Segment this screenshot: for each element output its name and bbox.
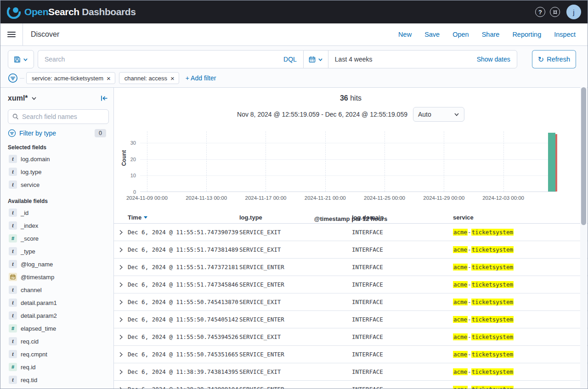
field-item--index[interactable]: t_index [8, 219, 109, 232]
field-item--id[interactable]: t_id [8, 206, 109, 219]
table-row: Dec 6, 2024 @ 11:55:51.747345846SERVICE_… [114, 276, 588, 293]
log-domain-cell: INTERFACE [352, 333, 453, 340]
opensearch-logo[interactable]: OpenSearch Dashboards [7, 5, 136, 19]
table-row: Dec 6, 2024 @ 11:38:39.743814395SERVICE_… [114, 363, 588, 381]
filter-by-type[interactable]: Filter by type 0 [8, 129, 109, 137]
field-item-req-id[interactable]: #req.id [8, 361, 109, 373]
x-tick-label: 2024-11-13 00:00 [176, 195, 236, 201]
histogram-bar[interactable] [555, 134, 557, 192]
menu-item-share[interactable]: Share [482, 31, 500, 38]
index-pattern-selector[interactable]: xuml* [8, 94, 37, 102]
remove-filter-icon[interactable]: × [170, 75, 175, 82]
expand-row-icon[interactable] [114, 299, 128, 305]
expand-row-icon[interactable] [114, 334, 128, 340]
menu-hamburger-icon[interactable] [0, 23, 23, 45]
service-cell: acme-ticketsystem [453, 333, 588, 340]
field-item-status[interactable]: tstatus [8, 386, 109, 389]
string-type-icon: t [9, 350, 17, 358]
string-type-icon: t [9, 247, 17, 255]
field-name: req.cid [21, 338, 39, 345]
field-item-log-domain[interactable]: tlog.domain [8, 152, 109, 165]
menu-item-inspect[interactable]: Inspect [554, 31, 576, 38]
field-item-log-type[interactable]: tlog.type [8, 165, 109, 178]
quick-select-button[interactable] [304, 51, 328, 68]
filter-pill-label: channel: access [124, 75, 167, 82]
histogram-chart: Count 0102030 2024-11-09 00:002024-11-13… [114, 129, 588, 205]
brand-text: OpenSearch Dashboards [24, 6, 136, 17]
table-row: Dec 6, 2024 @ 11:55:51.747390739SERVICE_… [114, 224, 588, 241]
interval-select[interactable]: Auto [413, 107, 464, 122]
field-name: _type [21, 248, 35, 255]
support-buoy-icon[interactable] [550, 7, 560, 17]
string-type-icon: t [9, 180, 17, 189]
menu-item-open[interactable]: Open [452, 31, 469, 38]
filter-pill[interactable]: service: acme-ticketsystem× [26, 72, 115, 84]
user-avatar[interactable]: j [566, 5, 581, 19]
field-item--log-name[interactable]: t@log_name [8, 258, 109, 271]
chevron-down-icon [31, 96, 37, 101]
time-cell: Dec 6, 2024 @ 11:38:39.743808104 [128, 386, 239, 389]
expand-row-icon[interactable] [114, 230, 128, 235]
x-tick-label: 2024-11-25 00:00 [355, 195, 414, 201]
field-name: req.cmpnt [21, 351, 47, 358]
expand-row-icon[interactable] [114, 265, 128, 270]
show-dates-button[interactable]: Show dates [477, 56, 517, 63]
expand-row-icon[interactable] [114, 317, 128, 322]
histogram-bar[interactable] [548, 133, 555, 192]
log-domain-cell: INTERFACE [352, 386, 453, 389]
service-cell: acme-ticketsystem [453, 264, 588, 271]
chart-plot-area: 0102030 [140, 131, 556, 192]
opensearch-dashboards-window: OpenSearch Dashboards ? j Discover NewSa… [0, 0, 588, 389]
hits-label: hits [350, 94, 362, 102]
menu-item-new[interactable]: New [398, 31, 412, 38]
help-icon[interactable]: ? [535, 7, 545, 17]
time-range-value[interactable]: Last 4 weeks [328, 56, 373, 63]
hits-count: 36 [340, 94, 348, 102]
filter-options-icon[interactable] [8, 73, 18, 83]
expand-row-icon[interactable] [114, 369, 128, 375]
add-filter-button[interactable]: + Add filter [186, 74, 216, 82]
field-name: _id [21, 209, 28, 216]
expand-row-icon[interactable] [114, 352, 128, 357]
time-cell: Dec 6, 2024 @ 11:55:51.747345846 [128, 281, 239, 288]
top-menu: NewSaveOpenShareReportingInspect [398, 31, 576, 38]
collapse-sidebar-icon[interactable] [101, 95, 108, 101]
number-type-icon: # [9, 324, 17, 333]
field-item-channel[interactable]: tchannel [8, 283, 109, 296]
menu-item-save[interactable]: Save [424, 31, 440, 38]
search-input[interactable] [45, 56, 279, 63]
string-type-icon: t [9, 209, 17, 217]
breadcrumb: Discover [31, 30, 59, 39]
field-item--score[interactable]: #_score [8, 232, 109, 245]
field-item-req-cmpnt[interactable]: treq.cmpnt [8, 348, 109, 361]
table-row: Dec 6, 2024 @ 11:55:50.745405142SERVICE_… [114, 311, 588, 328]
scrollbar-thumb[interactable] [581, 87, 586, 225]
filter-bar: service: acme-ticketsystem×channel: acce… [8, 72, 580, 85]
field-item-detail-param2[interactable]: tdetail.param2 [8, 309, 109, 322]
string-type-icon: t [9, 376, 17, 384]
field-item-detail-param1[interactable]: tdetail.param1 [8, 296, 109, 309]
field-item-req-tid[interactable]: treq.tid [8, 373, 109, 386]
expand-row-icon[interactable] [114, 247, 128, 253]
filter-pill[interactable]: channel: access× [119, 72, 179, 84]
opensearch-logo-icon [7, 5, 21, 19]
query-language-button[interactable]: DQL [279, 56, 297, 63]
field-name: req.tid [21, 377, 37, 383]
field-item-service[interactable]: tservice [8, 178, 109, 191]
table-row: Dec 6, 2024 @ 11:55:51.747381489SERVICE_… [114, 241, 588, 259]
x-tick-label: 2024-11-17 00:00 [236, 195, 295, 201]
menu-item-reporting[interactable]: Reporting [512, 31, 541, 38]
fields-sidebar: xuml* [0, 88, 114, 389]
expand-row-icon[interactable] [114, 387, 128, 389]
x-tick-label: 2024-12-03 00:00 [474, 195, 533, 201]
y-tick-label: 0 [133, 189, 136, 195]
field-item-req-cid[interactable]: treq.cid [8, 335, 109, 348]
remove-filter-icon[interactable]: × [107, 75, 111, 82]
saved-queries-button[interactable] [8, 50, 34, 68]
field-item-elapsed-time[interactable]: #elapsed_time [8, 322, 109, 335]
field-search-input[interactable] [22, 113, 104, 120]
field-item--timestamp[interactable]: @timestamp [8, 271, 109, 283]
expand-row-icon[interactable] [114, 282, 128, 288]
field-item--type[interactable]: t_type [8, 245, 109, 258]
refresh-button[interactable]: ↻ Refresh [532, 50, 576, 68]
